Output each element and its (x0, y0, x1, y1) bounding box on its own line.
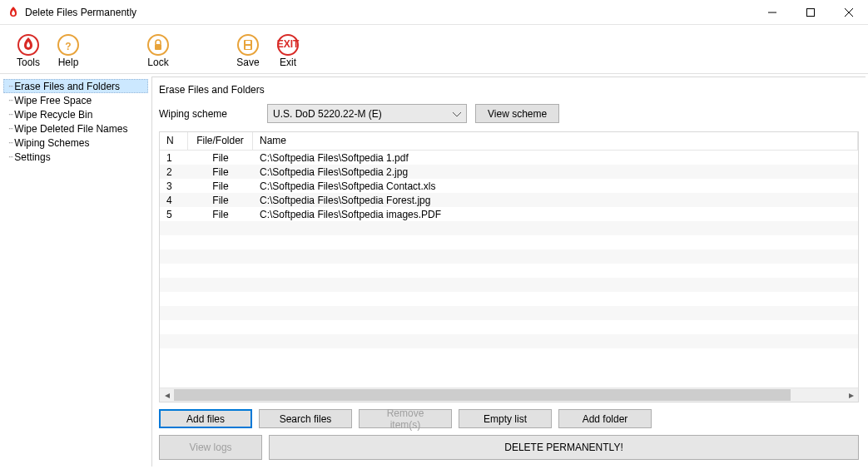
svg-rect-8 (155, 44, 161, 50)
scheme-value: U.S. DoD 5220.22-M (E) (273, 108, 382, 120)
svg-rect-12 (246, 46, 250, 49)
close-button[interactable] (830, 0, 868, 25)
save-icon (236, 33, 260, 57)
grid-body[interactable]: 1FileC:\Softpedia Files\Softpedia 1.pdf … (160, 151, 858, 388)
table-row[interactable] (160, 235, 858, 249)
sidebar-item-wiping-schemes[interactable]: ···Wiping Schemes (3, 136, 148, 150)
tree-branch-icon: ··· (8, 138, 12, 147)
main-panel: Erase Files and Folders Wiping scheme U.… (151, 77, 866, 467)
toolbar-label: Lock (147, 57, 168, 68)
table-row[interactable] (160, 348, 858, 363)
tools-button[interactable]: Tools (8, 33, 48, 68)
svg-rect-11 (246, 41, 250, 44)
table-row[interactable] (160, 320, 858, 334)
app-icon (7, 6, 20, 19)
add-files-button[interactable]: Add files (159, 409, 252, 428)
horizontal-scrollbar[interactable]: ◂ ▸ (160, 388, 858, 402)
tree-branch-icon: ··· (8, 124, 12, 133)
svg-text:EXIT: EXIT (277, 38, 300, 50)
table-row[interactable]: 2FileC:\Softpedia Files\Softpedia 2.jpg (160, 165, 858, 179)
table-row[interactable] (160, 334, 858, 348)
scroll-track[interactable] (174, 388, 844, 402)
col-header-name[interactable]: Name (253, 132, 858, 150)
action-row: View logs DELETE PERMANENTLY! (159, 435, 859, 460)
tree-branch-icon: ··· (8, 96, 12, 105)
tree-branch-icon: ··· (8, 110, 12, 119)
sidebar-item-wipe-free-space[interactable]: ···Wipe Free Space (3, 93, 148, 107)
sidebar-item-label: Wipe Free Space (14, 95, 92, 106)
empty-list-button[interactable]: Empty list (459, 409, 552, 428)
sidebar-item-erase-files[interactable]: ···Erase Files and Folders (3, 79, 148, 93)
title-bar: Delete Files Permanently (0, 0, 868, 25)
help-button[interactable]: ? Help (48, 33, 88, 68)
maximize-button[interactable] (791, 0, 830, 25)
help-icon: ? (57, 33, 80, 57)
scroll-thumb[interactable] (174, 389, 791, 401)
table-row[interactable] (160, 306, 858, 320)
sidebar-item-label: Wiping Schemes (14, 137, 89, 149)
scheme-select[interactable]: U.S. DoD 5220.22-M (E) (267, 104, 467, 123)
toolbar-label: Help (58, 57, 79, 68)
scheme-row: Wiping scheme U.S. DoD 5220.22-M (E) Vie… (159, 104, 859, 123)
sidebar-item-wipe-recycle-bin[interactable]: ···Wipe Recycle Bin (3, 107, 148, 121)
table-row[interactable] (160, 221, 858, 235)
table-row[interactable]: 1FileC:\Softpedia Files\Softpedia 1.pdf (160, 151, 858, 165)
exit-button[interactable]: EXIT Exit (268, 33, 308, 68)
toolbar: Tools ? Help Lock Save EXIT Exit (0, 25, 868, 73)
tree-branch-icon: ··· (8, 81, 12, 91)
table-row[interactable] (160, 292, 858, 306)
remove-items-button[interactable]: Remove item(s) (359, 409, 452, 428)
table-row[interactable] (160, 278, 858, 292)
scroll-right-icon[interactable]: ▸ (844, 389, 858, 401)
minimize-button[interactable] (753, 0, 791, 25)
window-title: Delete Files Permanently (25, 7, 136, 18)
table-row[interactable]: 3FileC:\Softpedia Files\Softpedia Contac… (160, 179, 858, 193)
view-scheme-button[interactable]: View scheme (475, 104, 559, 123)
table-row[interactable]: 4FileC:\Softpedia Files\Softpedia Forest… (160, 193, 858, 207)
table-row[interactable] (160, 249, 858, 264)
save-button[interactable]: Save (228, 33, 268, 68)
lock-button[interactable]: Lock (138, 33, 178, 68)
add-folder-button[interactable]: Add folder (558, 409, 652, 428)
table-row[interactable]: 5FileC:\Softpedia Files\Softpedia images… (160, 207, 858, 221)
svg-text:?: ? (65, 41, 71, 52)
sidebar: ···Erase Files and Folders ···Wipe Free … (0, 74, 151, 469)
exit-icon: EXIT (276, 33, 300, 57)
toolbar-label: Exit (280, 57, 296, 68)
lock-icon (146, 33, 170, 57)
search-files-button[interactable]: Search files (259, 409, 352, 428)
tree-branch-icon: ··· (8, 152, 12, 161)
table-row[interactable] (160, 264, 858, 278)
col-header-n[interactable]: N (160, 132, 188, 150)
delete-permanently-button[interactable]: DELETE PERMANENTLY! (269, 435, 859, 460)
scroll-left-icon[interactable]: ◂ (160, 389, 174, 401)
sidebar-item-wipe-deleted-names[interactable]: ···Wipe Deleted File Names (3, 121, 148, 136)
file-grid: N File/Folder Name 1FileC:\Softpedia Fil… (159, 131, 859, 402)
button-row: Add files Search files Remove item(s) Em… (159, 409, 859, 428)
sidebar-item-label: Wipe Deleted File Names (14, 123, 127, 135)
sidebar-item-label: Erase Files and Folders (14, 81, 120, 92)
svg-rect-1 (807, 8, 815, 16)
panel-title: Erase Files and Folders (159, 82, 859, 97)
sidebar-item-settings[interactable]: ···Settings (3, 150, 148, 164)
grid-header: N File/Folder Name (160, 132, 858, 151)
scheme-label: Wiping scheme (159, 108, 259, 120)
flame-icon (17, 33, 40, 57)
toolbar-label: Tools (17, 57, 40, 68)
view-logs-button[interactable]: View logs (159, 435, 262, 460)
chevron-down-icon (453, 108, 461, 120)
toolbar-label: Save (236, 57, 259, 68)
col-header-filefolder[interactable]: File/Folder (188, 132, 253, 150)
sidebar-item-label: Settings (14, 151, 50, 163)
sidebar-item-label: Wipe Recycle Bin (14, 109, 92, 121)
